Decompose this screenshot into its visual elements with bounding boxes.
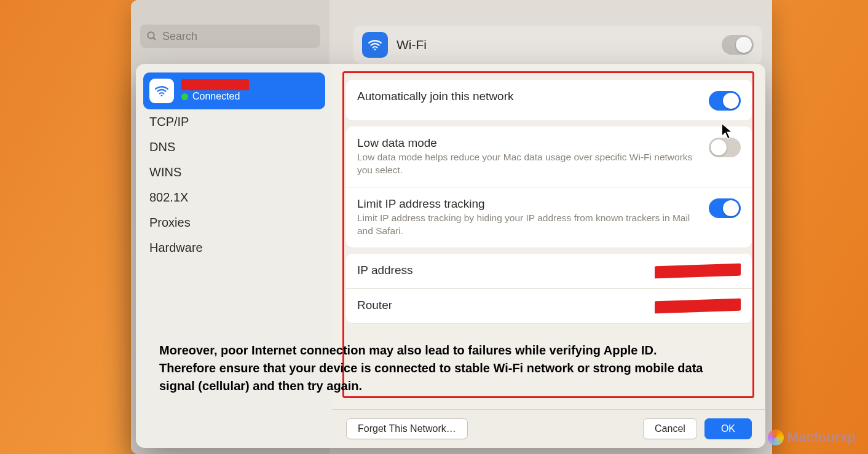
sidebar-item-8021x[interactable]: 802.1X (143, 185, 325, 210)
wifi-icon (362, 32, 388, 58)
limit-ip-desc: Limit IP address tracking by hiding your… (357, 212, 698, 238)
status-dot-icon (181, 93, 188, 100)
forget-network-button[interactable]: Forget This Network… (346, 418, 468, 439)
sidebar-item-hardware[interactable]: Hardware (143, 235, 325, 260)
svg-point-2 (374, 49, 376, 50)
ok-button[interactable]: OK (704, 418, 752, 439)
auto-join-label: Automatically join this network (357, 90, 698, 103)
low-data-desc: Low data mode helps reduce your Mac data… (357, 151, 698, 177)
cancel-button[interactable]: Cancel (643, 418, 697, 439)
auto-join-toggle[interactable] (709, 91, 741, 111)
annotation-caption: Moreover, poor Internet connection may a… (159, 342, 712, 395)
wifi-header-row: Wi-Fi (353, 26, 762, 64)
router-label: Router (357, 299, 644, 312)
sidebar-item-wins[interactable]: WINS (143, 160, 325, 185)
dialog-footer: Forget This Network… Cancel OK (333, 409, 765, 448)
network-status: Connected (192, 90, 240, 102)
limit-ip-toggle[interactable] (709, 198, 741, 218)
sidebar-item-proxies[interactable]: Proxies (143, 210, 325, 235)
low-data-label: Low data mode (357, 136, 698, 150)
watermark-text: Macfourxp (787, 429, 856, 445)
search-placeholder: Search (162, 30, 197, 43)
watermark: Macfourxp (768, 429, 856, 445)
network-name-redacted (181, 79, 249, 90)
address-card: IP address Router (346, 254, 752, 323)
auto-join-card: Automatically join this network (346, 80, 752, 120)
search-input[interactable]: Search (140, 25, 320, 48)
ip-address-value-redacted (655, 263, 741, 278)
wifi-icon (149, 79, 174, 103)
sidebar-item-dns[interactable]: DNS (143, 135, 325, 160)
sidebar-item-network[interactable]: Connected (143, 72, 325, 109)
svg-point-3 (161, 95, 163, 96)
watermark-logo-icon (768, 429, 784, 445)
data-options-card: Low data mode Low data mode helps reduce… (346, 127, 752, 248)
wifi-label: Wi-Fi (397, 37, 427, 52)
low-data-toggle[interactable] (709, 138, 741, 157)
sidebar-item-tcpip[interactable]: TCP/IP (143, 109, 325, 135)
wifi-toggle[interactable] (722, 35, 754, 55)
svg-line-1 (153, 37, 156, 40)
limit-ip-label: Limit IP address tracking (357, 197, 698, 211)
ip-address-label: IP address (357, 264, 644, 277)
search-icon (146, 31, 157, 42)
svg-point-0 (148, 32, 154, 39)
router-value-redacted (655, 298, 741, 313)
